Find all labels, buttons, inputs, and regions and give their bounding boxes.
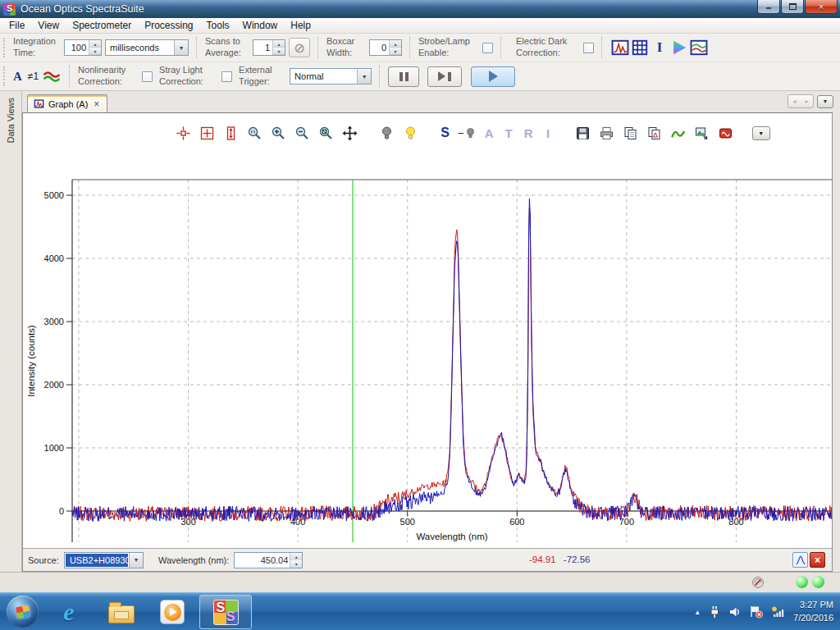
taskbar-clock[interactable]: 3:27 PM 7/20/2016 xyxy=(793,599,833,625)
transmission-mode-button[interactable]: T xyxy=(502,126,516,140)
relative-irradiance-mode-button[interactable]: R xyxy=(522,126,536,140)
zoom-to-region-icon[interactable] xyxy=(174,124,192,142)
volume-icon[interactable] xyxy=(728,605,742,619)
print-icon[interactable] xyxy=(598,124,616,142)
start-button[interactable] xyxy=(7,596,39,628)
tab-close-icon[interactable]: × xyxy=(92,98,101,110)
spin-down-icon[interactable]: ▾ xyxy=(290,560,302,568)
separator xyxy=(601,37,603,58)
toolbar-drag-handle[interactable] xyxy=(3,38,7,57)
action-center-flag-icon[interactable] xyxy=(749,605,764,619)
graph-footer: Source: USB2+H08930 ▼ Wavelength (nm): 4… xyxy=(23,548,832,571)
tab-scroll-right-button[interactable]: ▸ xyxy=(801,95,813,107)
menu-help[interactable]: Help xyxy=(284,18,317,33)
electric-dark-checkbox[interactable] xyxy=(583,43,594,53)
menu-file[interactable]: File xyxy=(2,18,31,33)
strobe-lamp-checkbox[interactable] xyxy=(482,43,493,53)
chevron-down-icon[interactable]: ▼ xyxy=(357,69,371,84)
absorbance-mode-button[interactable]: A xyxy=(482,126,496,140)
single-step-button[interactable] xyxy=(427,66,462,87)
new-color-view-button[interactable] xyxy=(669,38,689,57)
status-indicator-green-2 xyxy=(812,576,824,588)
zoom-reset-icon[interactable] xyxy=(317,124,335,142)
source-select[interactable]: USB2+H08930 ▼ xyxy=(64,552,144,568)
new-text-view-button[interactable]: I xyxy=(650,38,669,57)
menu-tools[interactable]: Tools xyxy=(200,18,236,33)
spin-up-icon[interactable]: ▴ xyxy=(273,40,285,48)
tab-bar: Graph (A) × ◂ ▸ ▼ xyxy=(22,93,840,112)
menu-window[interactable]: Window xyxy=(236,18,285,33)
close-button[interactable]: × xyxy=(805,0,838,14)
tab-scroll-left-button[interactable]: ◂ xyxy=(788,95,801,107)
new-table-view-button[interactable] xyxy=(630,38,650,57)
tab-graph-a[interactable]: Graph (A) × xyxy=(27,94,107,112)
hidden-icons-button[interactable]: ▲ xyxy=(694,609,701,616)
svg-text:600: 600 xyxy=(509,517,524,527)
taskbar-media-player[interactable] xyxy=(158,598,187,626)
taskbar-spectrasuite-active[interactable]: SS xyxy=(199,595,252,629)
no-averaging-button[interactable]: ⊘ xyxy=(289,38,310,57)
minus-glyph: − xyxy=(458,127,464,139)
overlay-spectrum-icon[interactable] xyxy=(669,124,687,142)
graph-options-dropdown-button[interactable]: ▼ xyxy=(752,126,770,140)
taskbar-internet-explorer[interactable]: e xyxy=(54,598,84,626)
peak-finding-button[interactable] xyxy=(792,552,808,568)
chevron-down-icon[interactable]: ▼ xyxy=(129,553,143,568)
menu-view[interactable]: View xyxy=(31,18,66,33)
integration-time-stepper[interactable]: 100 ▴▾ xyxy=(64,39,102,56)
play-button[interactable] xyxy=(471,66,515,87)
remove-hardware-icon[interactable] xyxy=(708,605,721,619)
copy-image-icon[interactable] xyxy=(646,124,664,142)
separator xyxy=(196,37,198,58)
close-graph-button[interactable]: × xyxy=(810,552,825,568)
spin-up-icon[interactable]: ▴ xyxy=(290,553,302,560)
new-overlay-view-button[interactable] xyxy=(689,38,709,57)
spectrometer-status-icon xyxy=(751,576,765,591)
taskbar-file-explorer[interactable] xyxy=(107,598,136,626)
restore-button[interactable] xyxy=(781,0,804,14)
network-status-icon[interactable] xyxy=(771,605,786,619)
svg-text:Wavelength (nm): Wavelength (nm) xyxy=(416,532,487,541)
irradiance-mode-button[interactable]: I xyxy=(541,126,555,140)
delete-overlay-icon[interactable] xyxy=(717,124,735,142)
menu-spectrometer[interactable]: Spectrometer xyxy=(66,18,138,33)
nonlinearity-checkbox[interactable] xyxy=(142,71,153,82)
minimize-button[interactable]: – xyxy=(757,0,780,14)
electric-dark-label: Electric Dark Correction: xyxy=(516,36,573,59)
scans-average-stepper[interactable]: 1 ▴▾ xyxy=(253,39,285,56)
menu-processing[interactable]: Processing xyxy=(138,18,199,33)
wavelength-input[interactable]: 450.04 ▴ ▾ xyxy=(234,552,303,568)
scope-mode-button[interactable]: S xyxy=(438,126,452,140)
svg-text:0: 0 xyxy=(59,506,64,516)
spin-down-icon[interactable]: ▾ xyxy=(273,48,285,55)
store-dark-spectrum-icon[interactable] xyxy=(377,124,395,142)
spin-up-icon[interactable]: ▴ xyxy=(89,40,101,48)
toolbar-drag-handle[interactable] xyxy=(3,66,7,86)
straylight-checkbox[interactable] xyxy=(221,71,232,82)
boxcar-width-stepper[interactable]: 0 ▴▾ xyxy=(369,39,402,56)
spectrum-chart[interactable]: 010002000300040005000300400500600700800W… xyxy=(23,151,832,548)
integration-units-select[interactable]: milliseconds ▼ xyxy=(105,39,189,56)
wavelength-label: Wavelength (nm): xyxy=(158,555,229,565)
spin-up-icon[interactable]: ▴ xyxy=(390,40,401,48)
scope-minus-dark-mode-button[interactable]: − xyxy=(458,127,477,139)
zoom-in-icon[interactable] xyxy=(269,124,287,142)
save-spectrum-icon[interactable] xyxy=(574,124,592,142)
store-reference-spectrum-icon[interactable] xyxy=(401,124,419,142)
spin-down-icon[interactable]: ▾ xyxy=(390,48,401,55)
pan-icon[interactable] xyxy=(340,124,358,142)
vertical-autoscale-icon[interactable] xyxy=(221,124,240,142)
scale-graph-to-fill-icon[interactable] xyxy=(198,124,216,142)
export-image-icon[interactable] xyxy=(693,124,711,142)
pause-button[interactable] xyxy=(388,66,419,87)
spin-down-icon[interactable]: ▾ xyxy=(89,48,101,55)
chevron-down-icon[interactable]: ▼ xyxy=(174,40,188,55)
zoom-out-icon[interactable] xyxy=(293,124,311,142)
trigger-mode-select[interactable]: Normal ▼ xyxy=(290,68,372,84)
new-graph-view-button[interactable] xyxy=(610,38,630,57)
zoom-wavelength-range-icon[interactable] xyxy=(245,124,263,142)
pause-icon xyxy=(405,72,409,81)
tab-list-dropdown-button[interactable]: ▼ xyxy=(817,95,833,108)
copy-data-icon[interactable] xyxy=(622,124,640,142)
app-status-bar xyxy=(0,572,840,592)
